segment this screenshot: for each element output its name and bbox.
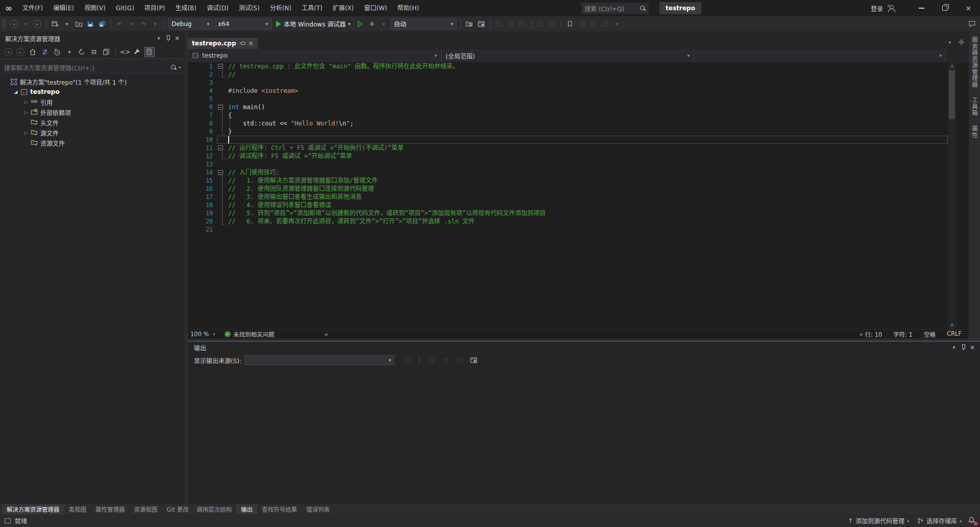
document-tab[interactable]: testrepo.cpp × (188, 38, 258, 49)
menu-item-11[interactable]: 扩展(X) (328, 0, 359, 16)
pin-icon[interactable] (163, 34, 173, 43)
save-icon[interactable] (85, 18, 95, 30)
autohide-tab-1[interactable]: 服务器资源管理器 (970, 37, 978, 88)
code-line-15[interactable]: 15// 1. 使用解决方案资源管理器窗口添加/管理文件 (188, 177, 969, 185)
autohide-tab-2[interactable]: 工具箱 (970, 97, 978, 116)
performance-icon[interactable] (494, 18, 504, 30)
previous-bookmark-icon[interactable] (577, 18, 587, 30)
code-line-20[interactable]: 20// 6. 将来，若要再次打开此项目，请转到“文件”>“打开”>“项目”并选… (188, 217, 969, 225)
menu-item-2[interactable]: 编辑(E) (48, 0, 79, 16)
se-sync-selection-icon[interactable] (101, 47, 111, 57)
find-in-files-icon[interactable] (464, 18, 475, 30)
se-filter-dropdown[interactable]: ▾ (64, 47, 75, 57)
se-collapse-all-icon[interactable]: ⊟ (89, 47, 99, 57)
output-find-message-icon[interactable] (403, 355, 413, 365)
close-panel-icon[interactable]: × (173, 34, 182, 43)
menu-item-1[interactable]: 文件(F) (17, 0, 48, 16)
code-line-10[interactable]: 10 (188, 136, 969, 144)
add-to-source-control-button[interactable]: ↑ 添加到源代码管理 ▴ (846, 514, 911, 527)
scroll-up-icon[interactable]: ▲ (948, 62, 956, 69)
se-properties-icon[interactable] (132, 47, 142, 57)
close-button[interactable]: × (957, 0, 980, 16)
select-repository-button[interactable]: 选择存储库 ▴ (915, 514, 964, 527)
copy-reference-icon[interactable] (518, 18, 528, 30)
open-file-icon[interactable] (74, 18, 84, 30)
output-word-wrap-icon[interactable] (440, 355, 450, 365)
se-refresh-icon[interactable] (77, 47, 87, 57)
notifications-bell-icon[interactable] (968, 516, 977, 525)
quick-search-box[interactable]: 搜索 (Ctrl+Q) (581, 3, 649, 14)
type-scope-dropdown[interactable]: (全局范围) ▾ (442, 49, 694, 62)
redo-dropdown[interactable]: ▾ (150, 18, 160, 30)
maximize-button[interactable] (933, 0, 957, 16)
undo-dropdown[interactable]: ▾ (127, 18, 137, 30)
member-scope-dropdown[interactable]: ▾ (694, 49, 946, 62)
document-health-check-icon[interactable]: ✓ (225, 331, 231, 337)
indent-increase-icon[interactable] (547, 18, 557, 30)
code-line-1[interactable]: 1−// testrepo.cpp : 此文件包含 "main" 函数。程序执行… (188, 62, 969, 70)
panel-tab-left-3[interactable]: 属性管理器 (91, 504, 130, 514)
solution-explorer-search-input[interactable]: 搜索解决方案资源管理器(Ctrl+;) ▾ (0, 61, 185, 73)
output-pin-icon[interactable] (959, 343, 968, 352)
nav-backward-icon[interactable]: ◂ (9, 18, 19, 30)
menu-item-5[interactable]: 项目(P) (139, 0, 170, 16)
scroll-down-icon[interactable]: ▼ (948, 322, 956, 329)
account-icon[interactable]: + (887, 5, 895, 12)
nav-forward-icon[interactable]: ▸ (32, 18, 42, 30)
fold-collapse-icon[interactable]: − (218, 145, 223, 150)
menu-item-12[interactable]: 窗口(W) (359, 0, 392, 16)
menu-item-13[interactable]: 帮助(H) (393, 0, 424, 16)
panel-tab-left-5[interactable]: Git 更改 (162, 504, 193, 514)
output-close-icon[interactable]: × (968, 343, 977, 352)
code-line-6[interactable]: 6−int main() (188, 103, 969, 111)
indentation-indicator[interactable]: 空格 (924, 330, 936, 338)
scroll-left-icon[interactable]: ◀ (323, 331, 329, 338)
configuration-dropdown[interactable]: Debug▾ (168, 18, 213, 30)
menu-item-7[interactable]: 调试(D) (202, 0, 234, 16)
platform-dropdown[interactable]: x64▾ (214, 18, 272, 30)
tree-item-7[interactable]: 资源文件 (0, 138, 185, 148)
menu-item-6[interactable]: 生成(B) (170, 0, 202, 16)
expand-arrow-icon[interactable]: ▷ (22, 110, 30, 115)
output-content[interactable] (188, 368, 980, 504)
se-show-all-files-icon[interactable]: <> (120, 47, 130, 57)
solution-explorer-window-icon[interactable] (476, 18, 486, 30)
tab-close-icon[interactable]: × (249, 40, 254, 47)
toggle-bookmark-icon[interactable] (565, 18, 575, 30)
menu-item-3[interactable]: 视图(V) (79, 0, 111, 16)
code-line-8[interactable]: 8 std::cout << "Hello World!\n"; (188, 119, 969, 128)
tree-item-2[interactable]: ◢++testrepo (0, 87, 185, 97)
editor-vertical-scrollbar[interactable]: ▲ ▼ (948, 62, 956, 329)
scrollbar-thumb[interactable] (949, 70, 955, 119)
editor-horizontal-scrollbar[interactable]: ◀ ▶ (323, 331, 865, 338)
code-line-4[interactable]: 4#include <iostream> (188, 87, 969, 95)
tree-item-4[interactable]: ▷外部依赖项 (0, 107, 185, 117)
panel-tab-left-1[interactable]: 解决方案资源管理器 (2, 504, 64, 514)
code-line-12[interactable]: 12// 调试程序: F5 或调试 >“开始调试”菜单 (188, 152, 969, 160)
expand-arrow-icon[interactable]: ▷ (22, 99, 30, 105)
hot-reload-dropdown[interactable]: ▾ (379, 18, 389, 30)
background-tasks-icon[interactable] (5, 518, 11, 523)
se-preview-selected-icon[interactable] (144, 47, 155, 57)
se-forward-icon[interactable]: ▸ (15, 47, 26, 57)
menu-item-4[interactable]: Git(G) (111, 0, 139, 16)
output-autoscroll-icon[interactable] (454, 355, 464, 365)
panel-tab-bottom-3[interactable]: 查找符号结果 (257, 504, 302, 514)
editor-options-gear-icon[interactable] (958, 39, 965, 45)
output-pin-window-icon[interactable] (469, 355, 479, 365)
output-window-position-dropdown-icon[interactable]: ▾ (949, 343, 959, 352)
se-switch-views-icon[interactable] (40, 47, 50, 57)
code-line-19[interactable]: 19// 5. 转到“项目”>“添加新项”以创建新的代码文件，或转到“项目”>“… (188, 209, 969, 217)
new-project-dropdown[interactable]: ▾ (62, 18, 72, 30)
panel-tab-left-2[interactable]: 类视图 (64, 504, 91, 514)
line-ending-indicator[interactable]: CRLF (947, 330, 962, 338)
new-project-icon[interactable] (50, 18, 60, 30)
autohide-tab-3[interactable]: 属性 (970, 126, 978, 138)
code-line-14[interactable]: 14−// 入门使用技巧: (188, 168, 969, 177)
code-line-3[interactable]: 3 (188, 79, 969, 87)
panel-tab-bottom-1[interactable]: 调用层次结构 (192, 504, 236, 514)
se-pending-changes-filter-icon[interactable] (52, 47, 62, 57)
sign-in-button[interactable]: 登录 (871, 4, 883, 13)
save-all-icon[interactable] (97, 18, 107, 30)
output-clear-all-icon[interactable] (426, 355, 436, 365)
